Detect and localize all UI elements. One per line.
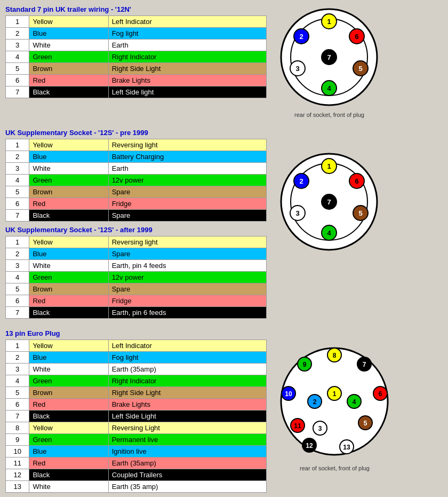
pin-number: 5 xyxy=(6,186,29,198)
wire-desc: Fog light xyxy=(108,352,266,364)
wire-desc: Earth, pin 4 feeds xyxy=(108,260,266,272)
table-row: 6 Red Brake Lights xyxy=(6,75,267,86)
wire-color: White xyxy=(29,163,108,175)
connector-7pin: 1 2 3 4 5 6 7 xyxy=(277,5,381,109)
table-row: 4 Green 12v power xyxy=(6,272,267,283)
wire-color: Yellow xyxy=(29,340,108,352)
svg-text:3: 3 xyxy=(295,209,299,217)
pin-number: 7 xyxy=(6,210,29,222)
diagram-12n-label: rear of socket, front of plug xyxy=(294,112,364,118)
wire-desc: Earth xyxy=(108,163,266,175)
wire-color: Blue xyxy=(29,248,108,260)
svg-text:3: 3 xyxy=(318,425,322,432)
svg-text:1: 1 xyxy=(327,162,331,170)
wire-color: Brown xyxy=(29,186,108,198)
wire-desc: Left Side Light xyxy=(108,411,266,422)
wire-color: Black xyxy=(29,210,108,222)
wire-color: Green xyxy=(29,51,108,63)
pin-number: 6 xyxy=(6,75,29,86)
pin-number: 2 xyxy=(6,28,29,40)
svg-text:13: 13 xyxy=(343,444,350,451)
table-row: 5 Brown Spare xyxy=(6,283,267,295)
table-row: 2 Blue Spare xyxy=(6,248,267,260)
wire-desc: Reversing Light xyxy=(108,422,266,434)
wire-desc: Earth xyxy=(108,40,266,51)
table-row: 1 Yellow Reversing light xyxy=(6,236,267,248)
table-row: 3 White Earth, pin 4 feeds xyxy=(6,260,267,272)
svg-text:6: 6 xyxy=(355,177,358,185)
table-12s-post: 1 Yellow Reversing light 2 Blue Spare 3 … xyxy=(5,236,267,319)
wire-color: Black xyxy=(29,307,108,319)
wire-desc: Earth, pin 6 feeds xyxy=(108,307,266,319)
table-row: 6 Red Fridge xyxy=(6,198,267,210)
table-row: 13 White Earth (35 amp) xyxy=(6,481,267,493)
wire-desc: Earth (35 amp) xyxy=(108,481,266,493)
wire-desc: Right Side Light xyxy=(108,387,266,399)
pin-number: 1 xyxy=(6,139,29,151)
svg-text:4: 4 xyxy=(327,84,331,92)
wire-desc: Fog light xyxy=(108,28,266,40)
wire-color: Green xyxy=(29,272,108,283)
pin-number: 6 xyxy=(6,198,29,210)
pin-number: 9 xyxy=(6,434,29,446)
pin-number: 2 xyxy=(6,248,29,260)
table-row: 3 White Earth xyxy=(6,40,267,51)
diagram-12s: 1 2 3 4 5 6 7 xyxy=(277,150,381,256)
wire-color: White xyxy=(29,364,108,375)
pin-number: 6 xyxy=(6,295,29,307)
svg-text:7: 7 xyxy=(327,198,331,206)
table-row: 3 White Earth (35amp) xyxy=(6,364,267,375)
wire-color: Yellow xyxy=(29,16,108,28)
svg-text:5: 5 xyxy=(358,209,362,217)
wire-desc: Reversing light xyxy=(108,139,266,151)
diagram-13pin-label: rear of socket, front of plug xyxy=(300,465,370,471)
pin-number: 3 xyxy=(6,260,29,272)
pin-number: 2 xyxy=(6,352,29,364)
wire-desc: Left Indicator xyxy=(108,340,266,352)
table-row: 7 Black Left Side light xyxy=(6,86,267,98)
pin-number: 1 xyxy=(6,236,29,248)
wire-color: Red xyxy=(29,399,108,411)
svg-text:7: 7 xyxy=(327,53,331,61)
svg-text:7: 7 xyxy=(363,361,366,368)
wire-desc: Spare xyxy=(108,186,266,198)
table-row: 5 Brown Right Side Light xyxy=(6,63,267,75)
section-12n: Standard 7 pin UK trailer wiring - '12N'… xyxy=(5,5,443,118)
wire-color: Red xyxy=(29,295,108,307)
svg-text:2: 2 xyxy=(313,398,317,406)
wire-desc: Right Indicator xyxy=(108,51,266,63)
connector-7pin2: 1 2 3 4 5 6 7 xyxy=(277,150,381,254)
pin-number: 8 xyxy=(6,422,29,434)
svg-text:5: 5 xyxy=(364,420,367,427)
wire-desc: Permanent live xyxy=(108,434,266,446)
table-row: 1 Yellow Left Indicator xyxy=(6,16,267,28)
section-title-12n: Standard 7 pin UK trailer wiring - '12N' xyxy=(5,5,267,13)
table-row: 8 Yellow Reversing Light xyxy=(6,422,267,434)
svg-text:6: 6 xyxy=(379,390,382,398)
wire-color: Yellow xyxy=(29,422,108,434)
svg-text:11: 11 xyxy=(294,422,301,430)
table-row: 7 Black Left Side Light xyxy=(6,411,267,422)
table-row: 2 Blue Battery Charging xyxy=(6,151,267,163)
wire-color: Red xyxy=(29,75,108,86)
table-row: 11 Red Earth (35amp) xyxy=(6,457,267,469)
wire-color: Yellow xyxy=(29,139,108,151)
wire-color: Brown xyxy=(29,63,108,75)
table-row: 4 Green Right Indicator xyxy=(6,375,267,387)
table-row: 4 Green 12v power xyxy=(6,175,267,186)
pin-number: 4 xyxy=(6,51,29,63)
wire-desc: Brake Lights xyxy=(108,75,266,86)
wire-color: Red xyxy=(29,457,108,469)
table-row: 12 Black Coupled Trailers xyxy=(6,469,267,481)
pin-number: 13 xyxy=(6,481,29,493)
section-title-13pin: 13 pin Euro Plug xyxy=(5,329,267,337)
pin-number: 3 xyxy=(6,163,29,175)
wire-desc: Earth (35amp) xyxy=(108,364,266,375)
table-row: 7 Black Earth, pin 6 feeds xyxy=(6,307,267,319)
wire-desc: Right Indicator xyxy=(108,375,266,387)
pin-number: 4 xyxy=(6,175,29,186)
wire-desc: Earth (35amp) xyxy=(108,457,266,469)
wire-desc: Left Side light xyxy=(108,86,266,98)
pin-number: 4 xyxy=(6,272,29,283)
pin-number: 5 xyxy=(6,387,29,399)
